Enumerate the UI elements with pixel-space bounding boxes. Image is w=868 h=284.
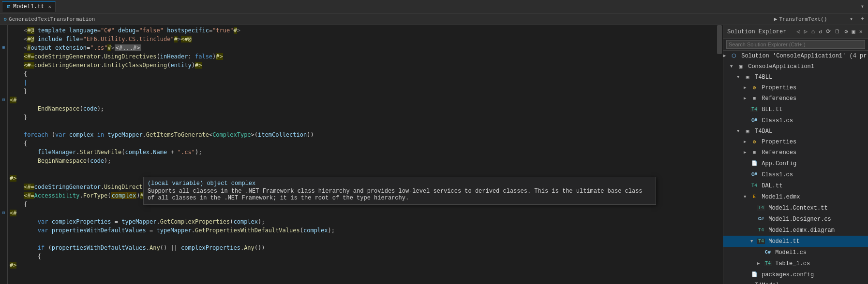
tree-icon-5: T4	[750, 104, 758, 114]
toolbar-add-button[interactable]: +	[859, 15, 866, 24]
tree-icon-15: C#	[757, 214, 765, 224]
tab-model1-tt[interactable]: 🗎 Model1.tt ✕	[2, 1, 56, 12]
tree-icon-1: ▣	[737, 62, 745, 71]
tab-label: Model1.tt	[13, 3, 45, 10]
tree-icon-21: ▣	[744, 281, 751, 284]
se-btn-new-file[interactable]: 🗋	[833, 28, 842, 36]
tree-item-14[interactable]: T4 Model1.Context.tt	[723, 202, 868, 213]
tree-label-0: Solution 'ConsoleApplication1' (4 pr	[738, 51, 867, 61]
editor-gutter-markers: ⊞ ⊟ ⊟	[0, 25, 8, 284]
tree-item-20[interactable]: 📄 packages.config	[723, 269, 868, 280]
tree-item-1[interactable]: ▼ ▣ ConsoleApplication1	[723, 61, 868, 72]
se-btn-maximize[interactable]: ▣	[851, 28, 857, 36]
se-btn-forward[interactable]: ▷	[803, 28, 809, 36]
tree-icon-14: T4	[757, 203, 765, 213]
tree-chevron-21[interactable]: ▼	[737, 281, 744, 284]
tree-chevron-9[interactable]: ▶	[744, 148, 750, 157]
tree-item-12[interactable]: T4 DAL.tt	[723, 180, 868, 191]
editor-scrollbar[interactable]	[716, 25, 723, 284]
code-editor[interactable]: ⊞ ⊟ ⊟	[0, 25, 723, 284]
collapse-9[interactable]: ⊟	[0, 96, 7, 104]
tree-item-19[interactable]: ▶ T4 Table_1.cs	[723, 258, 868, 269]
tree-item-6[interactable]: C# Class1.cs	[723, 115, 868, 126]
tree-item-21[interactable]: ▼ ▣ T4Model	[723, 280, 868, 284]
method-dropdown[interactable]: ▶ TransformText() ▾	[770, 16, 857, 22]
tt-file-icon: 🗎	[6, 4, 11, 10]
tree-chevron-3[interactable]: ▶	[744, 83, 750, 93]
code-lines: <#@ template language="C#" debug="false"…	[8, 25, 716, 270]
tree-label-9: References	[758, 148, 796, 157]
tree-item-8[interactable]: ▶ ⚙ Properties	[723, 137, 868, 147]
tooltip-description: Supports all classes in the .NET Framewo…	[148, 188, 652, 201]
se-btn-back[interactable]: ◁	[795, 28, 801, 36]
tree-item-9[interactable]: ▶ ■ References	[723, 147, 868, 158]
breadcrumb: ⚙ GeneratedTextTransformation	[0, 16, 770, 22]
tree-chevron-19[interactable]: ▶	[757, 259, 764, 269]
se-btn-settings[interactable]: ⚙	[843, 28, 849, 36]
tree-item-16[interactable]: T4 Model1.edmx.diagram	[723, 225, 868, 236]
tree-chevron-17[interactable]: ▼	[750, 237, 757, 246]
method-dropdown-chevron: ▾	[850, 16, 853, 22]
collapse-22[interactable]: ⊟	[0, 209, 7, 217]
editor-toolbar: ⚙ GeneratedTextTransformation ▶ Transfor…	[0, 14, 868, 25]
tab-close-button[interactable]: ✕	[48, 4, 51, 10]
scroll-thumb[interactable]	[717, 25, 722, 54]
tree-label-13: Model1.edmx	[758, 192, 800, 202]
tree-chevron-2[interactable]: ▼	[737, 72, 744, 82]
code-line-16: BeginNamespace(code);	[8, 156, 716, 165]
tree-icon-3: ⚙	[750, 83, 758, 93]
tree-icon-13: E	[750, 192, 758, 202]
tree-icon-19: T4	[764, 258, 772, 269]
tree-label-14: Model1.Context.tt	[765, 203, 828, 213]
code-line-24: var propertiesWithDefaultValues = typeMa…	[8, 226, 716, 235]
se-btn-sync[interactable]: ⟳	[824, 28, 832, 36]
tree-item-17[interactable]: ▼ T4 Model1.tt	[723, 236, 868, 247]
se-btn-refresh[interactable]: ↺	[817, 28, 823, 36]
tree-label-7: T4DAL	[751, 127, 772, 136]
tree-item-7[interactable]: ▼ ▣ T4DAL	[723, 126, 868, 137]
tree-label-18: Model1.cs	[772, 248, 807, 257]
tree-item-0[interactable]: ▶ ⬡ Solution 'ConsoleApplication1' (4 pr	[723, 51, 868, 61]
code-text-area[interactable]: <#@ template language="C#" debug="false"…	[8, 25, 716, 284]
toolbar-right: +	[857, 15, 868, 24]
collapse-1[interactable]	[0, 26, 7, 35]
collapse-3[interactable]: ⊞	[0, 43, 7, 52]
tree-item-10[interactable]: 📄 App.Config	[723, 158, 868, 169]
tree-label-15: Model1.Designer.cs	[765, 214, 831, 224]
tree-label-4: References	[758, 94, 796, 103]
tree-chevron-0[interactable]: ▶	[723, 51, 730, 61]
tree-chevron-7[interactable]: ▼	[737, 127, 744, 136]
se-btn-close[interactable]: ✕	[858, 28, 864, 36]
tree-item-11[interactable]: C# Class1.cs	[723, 169, 868, 180]
tooltip-signature: (local variable) object complex	[148, 180, 652, 187]
tree-icon-16: T4	[757, 225, 765, 235]
tree-icon-18: C#	[764, 247, 772, 257]
tree-chevron-1[interactable]: ▼	[730, 62, 737, 71]
tree-item-15[interactable]: C# Model1.Designer.cs	[723, 213, 868, 225]
tree-item-4[interactable]: ▶ ■ References	[723, 93, 868, 104]
tree-item-13[interactable]: ▼ E Model1.edmx	[723, 191, 868, 202]
solution-explorer: Solution Explorer ◁ ▷ ⌂ ↺ ⟳ 🗋 ⚙ ▣ ✕ ▶ ⬡	[723, 25, 868, 284]
tree-item-2[interactable]: ▼ ▣ T4BLL	[723, 72, 868, 83]
code-line-27: {	[8, 252, 716, 261]
tree-icon-10: 📄	[750, 158, 758, 169]
tree-item-18[interactable]: C# Model1.cs	[723, 247, 868, 258]
tree-chevron-8[interactable]: ▶	[744, 137, 750, 147]
se-btn-home[interactable]: ⌂	[810, 28, 816, 36]
tree-chevron-13[interactable]: ▼	[744, 192, 750, 202]
solution-explorer-title: Solution Explorer	[727, 28, 795, 35]
code-line-12	[8, 122, 716, 130]
tree-icon-2: ▣	[744, 72, 751, 82]
method-dropdown-icon: ▶	[774, 16, 778, 22]
code-line-6: {	[8, 70, 716, 78]
code-line-22: <#	[8, 209, 716, 217]
tree-chevron-4[interactable]: ▶	[744, 94, 750, 103]
method-dropdown-label: TransformText()	[779, 16, 827, 22]
code-line-17	[8, 165, 716, 174]
tab-dropdown-button[interactable]: ▾	[859, 3, 866, 10]
search-input[interactable]	[726, 40, 865, 49]
tree-item-5[interactable]: T4 BLL.tt	[723, 104, 868, 115]
tree-item-3[interactable]: ▶ ⚙ Properties	[723, 83, 868, 93]
tree-label-19: Table_1.cs	[772, 259, 810, 269]
tree-icon-4: ■	[750, 94, 758, 103]
